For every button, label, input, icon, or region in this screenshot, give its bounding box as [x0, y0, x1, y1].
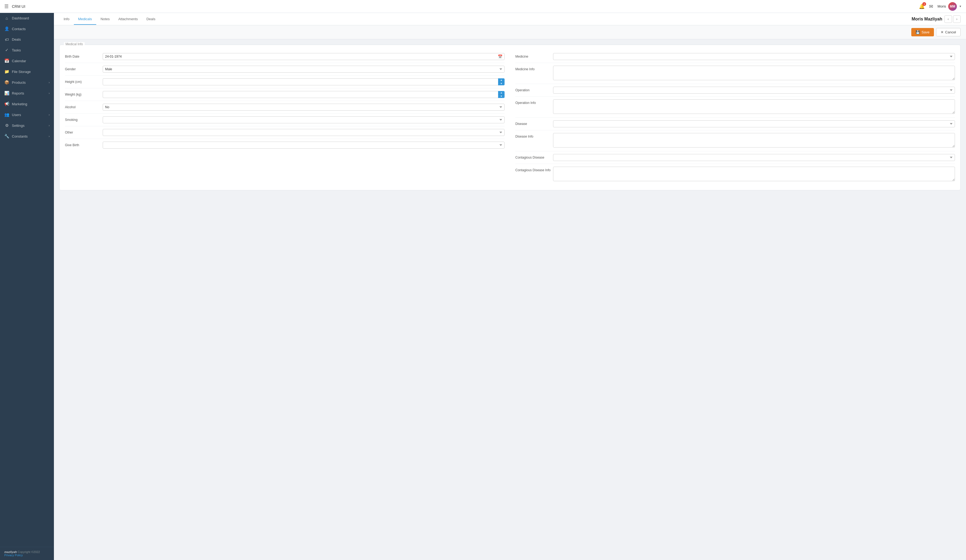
sidebar: ⌂ Dashboard 👤 Contacts 🏷 Deals ✓ Tasks 📅…: [0, 13, 54, 560]
sidebar-item-reports[interactable]: 📊 Reports ›: [0, 88, 54, 98]
sidebar-item-users[interactable]: 👥 Users ›: [0, 109, 54, 120]
other-row: Other: [65, 126, 504, 139]
give-birth-label: Give Birth: [65, 142, 103, 147]
gender-label: Gender: [65, 66, 103, 71]
tab-info[interactable]: Info: [59, 14, 74, 25]
user-chevron-icon: ▼: [959, 5, 962, 8]
tab-attachments[interactable]: Attachments: [114, 14, 142, 25]
topbar-right: 🔔 1 ✉ Moris MM ▼: [919, 2, 962, 11]
sidebar-item-deals[interactable]: 🏷 Deals: [0, 34, 54, 45]
reports-icon: 📊: [4, 91, 9, 96]
birth-date-row: Birth Date 📅: [65, 50, 504, 63]
form-area: Medical Info Birth Date 📅: [54, 39, 966, 560]
products-icon: 📦: [4, 80, 9, 85]
sidebar-label-constants: Constants: [12, 134, 46, 138]
notification-icon[interactable]: 🔔 1: [919, 3, 925, 10]
mail-icon[interactable]: ✉: [929, 3, 933, 10]
nav-arrows: ‹ ›: [945, 15, 961, 23]
reports-chevron-icon: ›: [49, 92, 49, 95]
disease-info-textarea[interactable]: [553, 133, 955, 147]
height-decrement-button[interactable]: ▼: [498, 82, 504, 86]
save-button[interactable]: 💾 Save: [911, 28, 934, 36]
home-icon: ⌂: [4, 16, 9, 20]
prev-record-button[interactable]: ‹: [945, 15, 952, 23]
disease-info-label: Disease Info: [515, 133, 553, 138]
sidebar-label-contacts: Contacts: [12, 27, 49, 31]
weight-increment-button[interactable]: ▲: [498, 91, 504, 95]
sidebar-item-file-storage[interactable]: 📁 File Storage: [0, 66, 54, 77]
medicine-field: [553, 53, 955, 60]
contagious-disease-select[interactable]: [553, 154, 955, 161]
avatar: MM: [948, 2, 957, 11]
gender-select[interactable]: Male Female Other: [103, 66, 504, 73]
birth-date-field: 📅: [103, 53, 504, 60]
height-input[interactable]: [103, 79, 504, 85]
operation-row: Operation: [515, 84, 955, 97]
sidebar-item-settings[interactable]: ⚙ Settings ›: [0, 120, 54, 131]
other-select[interactable]: [103, 129, 504, 136]
medicine-info-textarea[interactable]: [553, 66, 955, 80]
disease-field: [553, 120, 955, 127]
action-bar: 💾 Save ✕ Cancel: [54, 25, 966, 39]
alcohol-label: Alcohol: [65, 104, 103, 109]
sidebar-item-dashboard[interactable]: ⌂ Dashboard: [0, 13, 54, 23]
sidebar-item-contacts[interactable]: 👤 Contacts: [0, 23, 54, 34]
contagious-disease-label: Contagious Disease: [515, 154, 553, 159]
tab-medicals[interactable]: Medicals: [74, 14, 96, 25]
other-field: [103, 129, 504, 136]
marketing-icon: 📢: [4, 102, 9, 106]
medicine-info-field: [553, 66, 955, 81]
disease-select[interactable]: [553, 120, 955, 127]
operation-select[interactable]: [553, 87, 955, 94]
operation-field: [553, 87, 955, 94]
medicine-select[interactable]: [553, 53, 955, 60]
settings-chevron-icon: ›: [49, 124, 49, 127]
weight-row: Weight (kg) ▲ ▼: [65, 88, 504, 101]
user-menu[interactable]: Moris MM ▼: [937, 2, 962, 11]
save-icon: 💾: [916, 30, 920, 34]
disease-info-row: Disease Info: [515, 130, 955, 151]
sidebar-label-tasks: Tasks: [12, 48, 49, 52]
smoking-row: Smoking Yes No: [65, 114, 504, 126]
hamburger-icon[interactable]: ☰: [4, 3, 8, 10]
smoking-select[interactable]: Yes No: [103, 116, 504, 123]
operation-info-textarea[interactable]: [553, 99, 955, 114]
sidebar-item-constants[interactable]: 🔧 Constants ›: [0, 131, 54, 142]
gender-row: Gender Male Female Other: [65, 63, 504, 76]
date-input-wrapper: 📅: [103, 53, 504, 60]
give-birth-select[interactable]: [103, 142, 504, 149]
notification-badge: 1: [922, 2, 926, 6]
tab-deals[interactable]: Deals: [142, 14, 159, 25]
weight-decrement-button[interactable]: ▼: [498, 95, 504, 98]
privacy-policy-link[interactable]: Privacy Policy: [4, 553, 23, 557]
products-chevron-icon: ›: [49, 81, 49, 84]
username: Moris: [937, 4, 946, 8]
sidebar-label-products: Products: [12, 80, 46, 85]
sidebar-label-users: Users: [12, 113, 46, 117]
detail-header-inline: Moris Mazliyah ‹ ›: [159, 15, 961, 23]
sidebar-item-products[interactable]: 📦 Products ›: [0, 77, 54, 88]
cancel-button[interactable]: ✕ Cancel: [936, 28, 961, 36]
sidebar-label-marketing: Marketing: [12, 102, 49, 106]
form-grid: Birth Date 📅 Gender: [65, 50, 955, 185]
brand-logo: mazliyah: [4, 550, 17, 553]
contagious-disease-info-textarea[interactable]: [553, 167, 955, 181]
cancel-icon: ✕: [941, 30, 944, 34]
tab-notes[interactable]: Notes: [96, 14, 114, 25]
sidebar-item-calendar[interactable]: 📅 Calendar: [0, 56, 54, 66]
height-increment-button[interactable]: ▲: [498, 79, 504, 82]
topbar-left: ☰ CRM UI: [4, 3, 25, 10]
contagious-disease-field: [553, 154, 955, 161]
birth-date-input[interactable]: [103, 53, 504, 60]
form-left-column: Birth Date 📅 Gender: [65, 50, 504, 185]
next-record-button[interactable]: ›: [953, 15, 961, 23]
section-title: Medical Info: [64, 42, 85, 46]
contagious-disease-row: Contagious Disease: [515, 151, 955, 164]
medicine-info-row: Medicine Info: [515, 63, 955, 84]
medical-info-section: Medical Info Birth Date 📅: [59, 45, 961, 190]
weight-input[interactable]: [103, 91, 504, 98]
sidebar-item-tasks[interactable]: ✓ Tasks: [0, 45, 54, 56]
alcohol-select[interactable]: No Yes: [103, 104, 504, 111]
sidebar-item-marketing[interactable]: 📢 Marketing: [0, 98, 54, 109]
other-label: Other: [65, 129, 103, 134]
